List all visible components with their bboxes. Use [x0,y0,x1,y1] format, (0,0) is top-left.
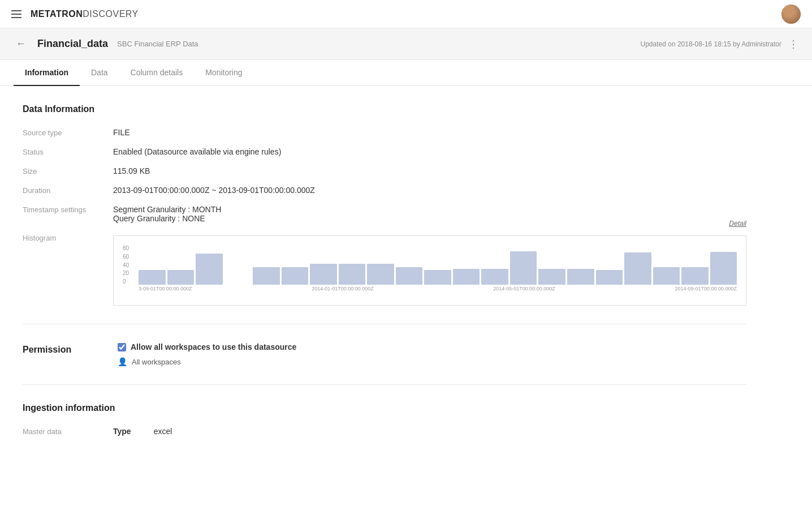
hamburger-menu[interactable] [11,10,21,18]
page-subtitle: SBC Financial ERP Data [117,40,198,48]
ingestion-grid: Master data Type excel [23,427,746,436]
chart-bar-19 [681,267,709,285]
chart-bar-18 [653,267,680,285]
histogram-container: 0 20 40 60 80 3-09-01T00:00:00.000Z 2014… [113,235,746,306]
user-avatar[interactable] [781,5,801,24]
chart-bar-12 [481,269,508,285]
y-label-0: 0 [123,278,136,285]
master-data-type-label: Type [113,427,131,436]
permission-content: Allow all workspaces to use this datasou… [118,342,746,366]
permission-checkbox-input[interactable] [118,343,126,351]
more-options-button[interactable]: ⋮ [788,38,798,50]
data-information-title: Data Information [23,104,746,114]
chart-bar-2 [196,254,223,285]
tab-monitoring[interactable]: Monitoring [194,60,253,86]
chart-area: 0 20 40 60 80 3-09-01T00:00:00.000Z 2014… [123,245,737,296]
source-type-label: Source type [23,128,113,137]
tab-information[interactable]: Information [14,60,80,86]
x-label-4: 2014-09-01T00:00:00.000Z [675,286,737,296]
brand-logo: METATRONDISCOVERY [31,9,139,19]
duration-label: Duration [23,186,113,195]
permission-section: Permission Allow all workspaces to use t… [23,342,746,366]
chart-bar-5 [282,267,309,285]
source-type-value: FILE [113,128,746,137]
x-label-1: 3-09-01T00:00:00.000Z [139,286,192,296]
chart-bar-8 [367,264,394,285]
tab-bar: Information Data Column details Monitori… [0,60,812,86]
permission-row: Permission Allow all workspaces to use t… [23,342,746,366]
size-value: 115.09 KB [113,166,746,175]
y-label-80: 80 [123,245,136,251]
tab-data[interactable]: Data [80,60,119,86]
duration-value: 2013-09-01T00:00:00.000Z ~ 2013-09-01T00… [113,186,746,195]
top-nav: METATRONDISCOVERY [0,0,812,28]
y-label-20: 20 [123,270,136,276]
data-info-grid: Source type FILE Status Enabled (Datasou… [23,128,746,306]
brand-bold: METATRON [31,9,83,19]
master-data-label: Master data [23,427,113,436]
timestamp-value: Segment Granularity : MONTH Query Granul… [113,205,746,223]
status-value: Enabled (Datasource available via engine… [113,147,746,156]
status-label: Status [23,147,113,156]
chart-bar-9 [396,267,423,285]
histogram-area: Detail 0 20 40 60 80 3-09-01T00 [113,233,746,306]
histogram-label: Histogram [23,233,113,306]
avatar-image [781,5,801,24]
chart-x-labels: 3-09-01T00:00:00.000Z 2014-01-01T00:00:0… [139,286,737,296]
permission-checkbox-text: Allow all workspaces to use this datasou… [131,342,296,351]
page-header: ← Financial_data SBC Financial ERP Data … [0,28,812,60]
chart-bar-10 [424,270,451,285]
permission-checkbox-label[interactable]: Allow all workspaces to use this datasou… [118,342,746,351]
back-button[interactable]: ← [14,36,28,52]
master-data-type-value: excel [154,427,172,436]
workspace-icon: 👤 [118,357,127,366]
y-label-60: 60 [123,254,136,260]
chart-bar-0 [139,270,166,285]
query-granularity: Query Granularity : NONE [113,214,746,223]
permission-title: Permission [23,342,113,366]
chart-bar-14 [538,269,565,285]
divider-1 [23,324,746,324]
chart-bar-16 [596,270,623,285]
histogram-detail-link[interactable]: Detail [729,220,746,228]
ingestion-section: Ingestion information Master data Type e… [23,403,746,436]
chart-bar-17 [624,252,651,285]
chart-bars [139,245,737,285]
size-label: Size [23,166,113,175]
segment-granularity: Segment Granularity : MONTH [113,205,746,214]
x-label-2: 2014-01-01T00:00:00.000Z [312,286,374,296]
chart-bar-6 [310,264,337,285]
workspace-item: 👤 All workspaces [118,357,746,366]
chart-bar-13 [510,251,537,285]
chart-bar-15 [567,269,594,285]
y-label-40: 40 [123,262,136,268]
chart-bar-1 [167,270,195,285]
brand-light: DISCOVERY [83,9,138,19]
chart-bar-4 [253,267,280,285]
ingestion-title: Ingestion information [23,403,746,413]
updated-info: Updated on 2018-08-16 18:15 by Administr… [641,40,782,48]
tab-column-details[interactable]: Column details [119,60,195,86]
main-content: Data Information Source type FILE Status… [0,86,769,454]
page-title: Financial_data [37,38,108,50]
chart-bar-20 [710,252,737,285]
master-data-table: Type excel [113,427,746,436]
chart-bar-11 [453,269,480,285]
chart-y-labels: 0 20 40 60 80 [123,245,136,285]
divider-2 [23,384,746,385]
timestamp-label: Timestamp settings [23,205,113,223]
data-information-section: Data Information Source type FILE Status… [23,104,746,306]
workspace-label: All workspaces [132,358,181,366]
x-label-3: 2014-05-01T00:00:00.000Z [493,286,555,296]
chart-bar-7 [339,264,366,285]
